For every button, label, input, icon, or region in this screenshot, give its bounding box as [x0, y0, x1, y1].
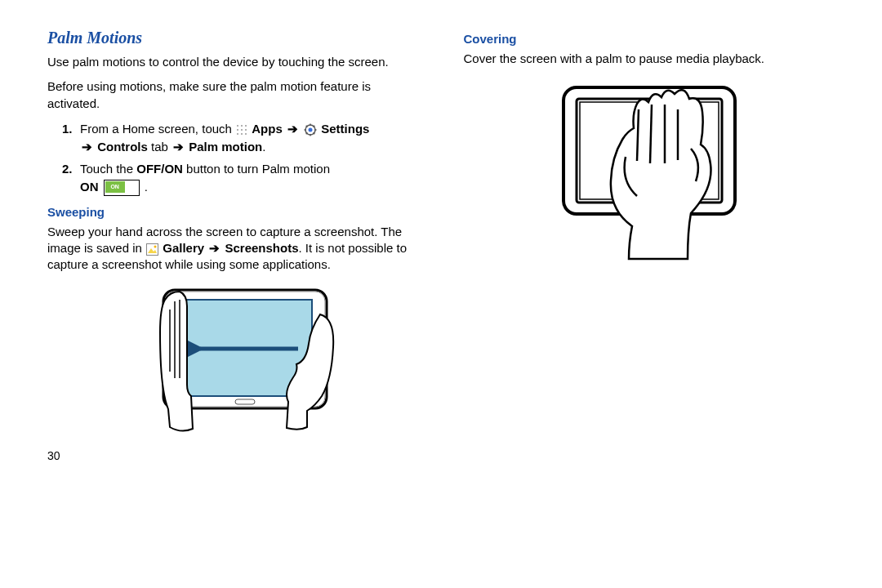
step-1-settings: Settings — [321, 122, 369, 136]
intro-para-1: Use palm motions to control the device b… — [47, 54, 419, 70]
step-1: 1. From a Home screen, touch Apps ➔ Sett… — [62, 120, 419, 157]
step-2-number: 2. — [62, 160, 80, 197]
step-2-text-b: button to turn Palm motion — [186, 162, 330, 176]
svg-rect-4 — [241, 129, 243, 131]
arrow-icon: ➔ — [80, 140, 94, 154]
svg-rect-5 — [245, 129, 247, 131]
left-column: Palm Motions Use palm motions to control… — [47, 29, 419, 572]
svg-rect-0 — [237, 125, 238, 127]
heading-covering: Covering — [464, 32, 835, 46]
step-1-tab: tab — [151, 140, 172, 154]
settings-icon — [304, 123, 317, 136]
svg-rect-1 — [241, 125, 243, 127]
step-1-controls: Controls — [97, 140, 148, 154]
sweeping-para: Sweep your hand across the screen to cap… — [47, 224, 419, 274]
step-1-palm: Palm motion — [189, 140, 262, 154]
arrow-icon: ➔ — [172, 140, 185, 154]
arrow-icon: ➔ — [286, 122, 300, 136]
step-1-dot: . — [262, 140, 265, 154]
svg-rect-7 — [241, 133, 243, 135]
apps-icon — [236, 124, 247, 136]
svg-rect-3 — [237, 129, 238, 131]
step-2: 2. Touch the OFF/ON button to turn Palm … — [62, 160, 419, 197]
step-1-body: From a Home screen, touch Apps ➔ Setting… — [80, 120, 419, 157]
heading-palm-motions: Palm Motions — [47, 29, 419, 47]
covering-illustration — [464, 75, 835, 263]
step-2-offon: OFF/ON — [136, 162, 183, 176]
right-column: Covering Cover the screen with a palm to… — [464, 29, 835, 572]
sweeping-illustration — [47, 282, 419, 433]
step-1-text-a: From a Home screen, touch — [80, 122, 235, 136]
svg-point-21 — [154, 245, 157, 247]
sweep-screenshots: Screenshots — [225, 241, 298, 255]
gallery-icon — [146, 243, 158, 256]
svg-rect-6 — [237, 133, 238, 135]
intro-para-2: Before using motions, make sure the palm… — [47, 78, 419, 112]
step-2-text-a: Touch the — [80, 162, 136, 176]
on-switch-icon: ON — [104, 180, 140, 196]
step-2-body: Touch the OFF/ON button to turn Palm mot… — [80, 160, 419, 197]
step-2-dot: . — [145, 180, 148, 194]
svg-rect-8 — [245, 133, 247, 135]
svg-rect-2 — [245, 125, 247, 127]
svg-rect-19 — [147, 243, 158, 255]
page-number: 30 — [47, 449, 419, 462]
svg-point-10 — [309, 127, 313, 131]
arrow-icon: ➔ — [207, 241, 221, 255]
step-1-number: 1. — [62, 120, 80, 157]
heading-sweeping: Sweeping — [47, 205, 419, 219]
step-1-apps: Apps — [252, 122, 283, 136]
covering-para: Cover the screen with a palm to pause me… — [464, 51, 835, 67]
sweep-gallery: Gallery — [163, 241, 204, 255]
on-switch-label: ON — [105, 181, 125, 193]
step-2-on: ON — [80, 180, 99, 194]
